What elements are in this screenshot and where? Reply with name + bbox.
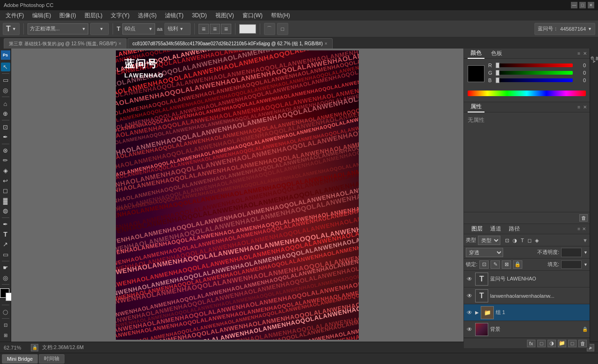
kind-pixel-icon[interactable]: ⊡ <box>505 238 509 243</box>
side-adjust-icon[interactable]: A <box>591 58 598 65</box>
layer-delete-btn[interactable]: 🗑 <box>578 340 587 347</box>
blue-question-dropdown[interactable]: 蓝问号： 445687164 ▼ <box>534 23 595 35</box>
layers-panel-close[interactable]: ✕ <box>582 226 586 231</box>
menu-window[interactable]: 窗口(W) <box>239 11 266 21</box>
color-box[interactable] <box>468 65 484 82</box>
move-tool[interactable]: ↖ <box>1 63 10 72</box>
layer-item-group-1[interactable]: 👁 ▶ 📁 组 1 <box>464 304 590 321</box>
menu-file[interactable]: 文件(F) <box>2 11 28 21</box>
menu-edit[interactable]: 编辑(E) <box>28 11 55 21</box>
mini-bridge-tab[interactable]: Mini Bridge <box>2 354 38 364</box>
menu-type[interactable]: 文字(Y) <box>107 11 133 21</box>
character-panel-button[interactable]: □ <box>277 23 288 35</box>
warp-text-button[interactable]: ⌒ <box>264 23 275 35</box>
font-style-dropdown[interactable]: ▼ <box>90 23 109 35</box>
blend-mode-dropdown[interactable]: 穿透 <box>466 248 503 257</box>
properties-delete-btn[interactable]: 🗑 <box>579 214 588 222</box>
layer-eye-group-1[interactable]: 👁 <box>466 309 473 316</box>
layer-item-bg[interactable]: 👁 背景 🔒 <box>464 321 590 338</box>
layer-item-text-blue[interactable]: 👁 T 蓝问号 LAWENHAO <box>464 271 590 287</box>
kind-shape-icon[interactable]: ◻ <box>527 238 532 243</box>
layers-tab[interactable]: 图层 <box>468 224 486 234</box>
brush-tool[interactable]: ✏ <box>1 156 10 165</box>
paths-tab[interactable]: 路径 <box>505 224 524 234</box>
type-tool[interactable]: T <box>1 230 10 239</box>
kind-smart-icon[interactable]: ◈ <box>535 238 539 243</box>
align-right-button[interactable]: ≡ <box>221 24 231 34</box>
red-thumb[interactable] <box>496 63 499 68</box>
gradient-tool[interactable]: ▓ <box>1 196 10 205</box>
menu-3d[interactable]: 3D(D) <box>188 11 211 20</box>
maximize-button[interactable]: □ <box>579 2 586 8</box>
screen-cycle-button[interactable]: ⊞ <box>1 331 10 340</box>
stamp-tool[interactable]: ◈ <box>1 166 10 175</box>
menu-view[interactable]: 视图(V) <box>212 11 238 21</box>
font-name-dropdown[interactable]: 方正粗谭黑... ▼ <box>28 23 88 35</box>
color-panel-menu[interactable]: ≡ <box>577 51 580 56</box>
marquee-tool[interactable]: ▭ <box>1 76 10 85</box>
history-brush-tool[interactable]: ↩ <box>1 176 10 185</box>
properties-panel-close[interactable]: ✕ <box>583 105 587 110</box>
layer-group-btn[interactable]: 📁 <box>558 340 566 347</box>
minimize-button[interactable]: — <box>571 2 577 8</box>
ellipse-marquee-tool[interactable]: ◎ <box>1 86 10 95</box>
color-tab[interactable]: 颜色 <box>468 48 484 59</box>
blue-slider[interactable] <box>496 78 573 82</box>
menu-help[interactable]: 帮助(H) <box>267 11 294 21</box>
layer-item-text-long[interactable]: 👁 T lanwenhaolanwenhaolanw... <box>464 287 590 304</box>
text-color-swatch[interactable] <box>239 24 256 34</box>
layer-eye-text-blue[interactable]: 👁 <box>466 275 473 283</box>
canvas-area[interactable]: 蓝问号 LAWENHAO LANWENHAOLANMENHAOQOLALANWE… <box>11 49 463 342</box>
align-left-button[interactable]: ≡ <box>199 24 209 34</box>
dodge-tool[interactable]: ◍ <box>1 206 10 216</box>
tab-0-close[interactable]: × <box>119 41 121 46</box>
swatches-tab[interactable]: 色板 <box>488 49 505 58</box>
font-size-dropdown[interactable]: 60点 ▼ <box>122 23 155 35</box>
layer-eye-text-long[interactable]: 👁 <box>466 292 473 300</box>
fill-input[interactable]: 100% <box>561 260 582 269</box>
green-thumb[interactable] <box>496 70 499 76</box>
lock-pixels-btn[interactable]: ⊡ <box>479 260 489 269</box>
layer-fx-btn[interactable]: fx <box>527 340 535 347</box>
crop-tool[interactable]: ⊡ <box>1 122 10 132</box>
red-slider[interactable] <box>496 63 573 67</box>
lock-position-btn[interactable]: ✎ <box>491 260 500 269</box>
properties-panel-menu[interactable]: ≡ <box>577 105 580 110</box>
color-panel-close[interactable]: ✕ <box>583 51 587 56</box>
menu-filter[interactable]: 滤镜(T) <box>161 11 187 21</box>
tab-0[interactable]: 第三章 基础技1-恢复的.jpg @ 12.5% (瓶盖, RGB/8*) × <box>4 38 127 49</box>
close-button[interactable]: ✕ <box>588 2 594 8</box>
eraser-tool[interactable]: ◻ <box>1 186 10 196</box>
align-center-button[interactable]: ≡ <box>210 24 220 34</box>
layer-mask-btn[interactable]: □ <box>537 340 546 347</box>
side-color-icon[interactable]: 颜色 <box>591 49 598 57</box>
pen-tool[interactable]: ✒ <box>1 220 10 229</box>
layers-panel-menu[interactable]: ≡ <box>577 226 580 231</box>
blue-thumb[interactable] <box>496 77 499 83</box>
lock-transform-btn[interactable]: ⊠ <box>502 260 511 269</box>
opacity-input[interactable]: 100% <box>561 248 582 257</box>
tab-1-close[interactable]: × <box>325 41 327 46</box>
screen-mode-button[interactable]: ⊡ <box>1 321 10 330</box>
eyedropper-tool[interactable]: ✒ <box>1 133 10 142</box>
kind-adjustment-icon[interactable]: ◑ <box>513 238 517 243</box>
layer-adjustment-btn[interactable]: ◑ <box>548 340 556 347</box>
heal-tool[interactable]: ⊛ <box>1 146 10 155</box>
lasso-tool[interactable]: ⌂ <box>1 99 10 108</box>
lock-all-btn[interactable]: 🔒 <box>513 260 522 269</box>
menu-layer[interactable]: 图层(L) <box>81 11 107 21</box>
kind-type-icon[interactable]: T <box>521 238 524 243</box>
antialiasing-dropdown[interactable]: 锐利 ▼ <box>164 23 191 35</box>
layer-eye-bg[interactable]: 👁 <box>466 326 473 333</box>
color-spectrum[interactable] <box>468 91 586 96</box>
timeline-tab[interactable]: 时间轴 <box>39 354 64 364</box>
layer-new-btn[interactable]: □ <box>568 340 577 347</box>
layer-expand-group-1[interactable]: ▶ <box>475 310 479 315</box>
quick-mask-button[interactable]: ◯ <box>1 307 10 316</box>
kind-dropdown[interactable]: 类型 <box>478 236 500 245</box>
opacity-arrow[interactable]: ▼ <box>584 250 588 255</box>
properties-tab[interactable]: 属性 <box>468 102 484 112</box>
status-info-btn[interactable]: 🔒 <box>31 344 38 351</box>
zoom-tool[interactable]: ◎ <box>1 273 10 282</box>
tab-1[interactable]: cc81007d8755a34fc5658cc41790aae027d26b21… <box>128 38 333 49</box>
